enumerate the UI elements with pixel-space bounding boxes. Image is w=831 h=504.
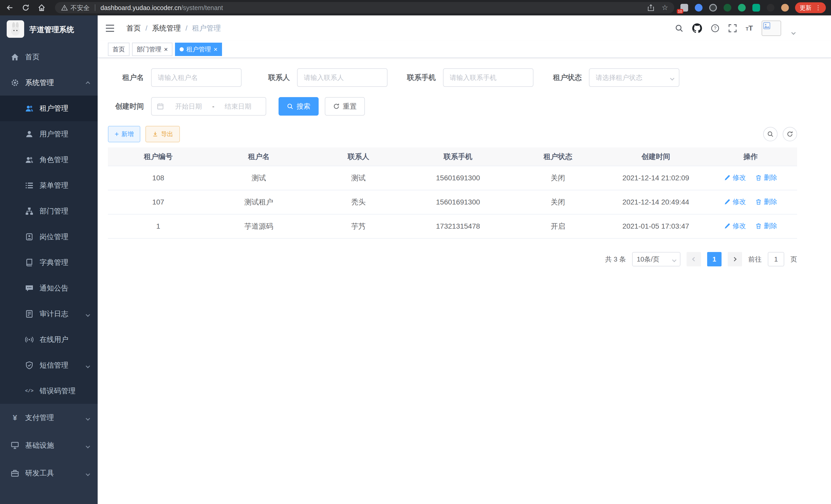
kebab-menu-icon[interactable]: ⋮ [815, 5, 821, 11]
fullscreen-icon[interactable] [728, 24, 737, 33]
tab-close-icon[interactable]: × [213, 46, 218, 53]
sidebar-item-label: 在线用户 [39, 335, 68, 345]
delete-button[interactable]: 删除 [755, 173, 777, 182]
tab-home[interactable]: 首页 [108, 42, 130, 56]
page-1-button[interactable]: 1 [707, 252, 721, 266]
search-icon[interactable] [675, 24, 684, 33]
extension-icon-6[interactable] [752, 4, 760, 11]
breadcrumb-system[interactable]: 系统管理 [152, 23, 181, 33]
calendar-icon [157, 103, 164, 110]
sidebar-item-audit-log[interactable]: 审计日志 [0, 301, 98, 327]
prev-page-button[interactable] [687, 252, 701, 266]
browser-home-icon[interactable] [37, 3, 46, 12]
table-header-row: 租户编号 租户名 联系人 联系手机 租户状态 创建时间 操作 [108, 147, 797, 166]
help-icon[interactable]: ? [711, 24, 719, 33]
search-button[interactable]: 搜索 [279, 97, 319, 116]
bookmark-star-icon[interactable]: ☆ [662, 4, 668, 11]
sidebar-item-label: 错误码管理 [39, 386, 76, 396]
extension-icon-7[interactable] [767, 4, 774, 11]
profile-avatar-icon[interactable] [781, 4, 789, 11]
refresh-table-button[interactable] [783, 127, 797, 141]
sidebar-item-role[interactable]: 角色管理 [0, 147, 98, 173]
github-icon[interactable] [692, 23, 702, 33]
home-icon [10, 53, 20, 61]
col-tenant-name: 租户名 [209, 147, 309, 166]
add-button[interactable]: + 新增 [108, 126, 140, 142]
extension-icon-1[interactable]: 10 [681, 4, 688, 11]
toggle-search-button[interactable] [763, 127, 778, 141]
cell-tenant-id: 1 [108, 214, 209, 238]
phone-input[interactable] [443, 68, 534, 87]
sidebar-item-sms[interactable]: 短信管理 [0, 352, 98, 378]
pencil-icon [724, 223, 730, 229]
sidebar-item-home[interactable]: 首页 [0, 44, 98, 70]
sidebar-item-dict[interactable]: 字典管理 [0, 250, 98, 275]
font-size-icon[interactable]: TT [746, 24, 753, 32]
update-button[interactable]: 更新 ⋮ [795, 2, 826, 13]
sidebar-item-notice[interactable]: 通知公告 [0, 275, 98, 301]
sidebar-item-label: 审计日志 [39, 309, 68, 319]
edit-button[interactable]: 修改 [724, 197, 746, 206]
sidebar-item-pay[interactable]: ¥ 支付管理 [0, 404, 98, 432]
roles-users-icon [25, 156, 34, 164]
extension-icon-5[interactable] [738, 4, 746, 11]
sidebar-item-dept[interactable]: 部门管理 [0, 198, 98, 224]
back-icon[interactable] [5, 3, 15, 12]
extension-icon-2[interactable] [695, 4, 703, 11]
breadcrumb-separator: / [185, 24, 188, 32]
sidebar-item-menu[interactable]: 菜单管理 [0, 173, 98, 198]
extension-icon-3[interactable] [709, 4, 717, 11]
sidebar-item-infra[interactable]: 基础设施 [0, 432, 98, 459]
share-icon[interactable] [647, 4, 655, 11]
logo[interactable]: 芋道管理系统 [0, 16, 98, 44]
cell-tenant-id: 108 [108, 166, 209, 190]
security-label: 不安全 [70, 4, 90, 12]
search-icon [767, 131, 774, 138]
sidebar-item-error-code[interactable]: </> 错误码管理 [0, 378, 98, 404]
date-start-placeholder[interactable]: 开始日期 [166, 102, 211, 111]
delete-button[interactable]: 删除 [755, 197, 777, 206]
sidebar-item-label: 用户管理 [39, 129, 68, 139]
goto-page-input[interactable] [768, 252, 784, 266]
sidebar-item-devtools[interactable]: 研发工具 [0, 459, 98, 487]
menu-list-icon [25, 181, 34, 189]
cell-actions: 修改 删除 [704, 190, 797, 214]
extension-icon-4[interactable] [724, 4, 731, 11]
page-size-select[interactable]: 10条/页 [632, 252, 681, 266]
address-bar[interactable]: 不安全 dashboard.yudao.iocoder.cn/system/te… [55, 2, 674, 13]
delete-button[interactable]: 删除 [755, 221, 777, 230]
reload-icon[interactable] [21, 3, 30, 12]
col-contact: 联系人 [309, 147, 408, 166]
edit-button[interactable]: 修改 [724, 173, 746, 182]
avatar[interactable] [762, 21, 781, 36]
caret-down-icon[interactable] [792, 28, 795, 36]
breadcrumb: 首页 / 系统管理 / 租户管理 [126, 23, 221, 33]
reset-button[interactable]: 重置 [325, 97, 365, 116]
browser-chrome: 不安全 dashboard.yudao.iocoder.cn/system/te… [0, 0, 831, 16]
delete-label: 删除 [764, 173, 777, 182]
sidebar-item-label: 首页 [25, 52, 39, 62]
sidebar-item-label: 支付管理 [25, 413, 54, 422]
sidebar-item-label: 短信管理 [39, 360, 68, 370]
sidebar-item-tenant[interactable]: 租户管理 [0, 95, 98, 121]
main-area: 首页 / 系统管理 / 租户管理 ? TT 首页 部门管理 [98, 16, 831, 504]
breadcrumb-home[interactable]: 首页 [126, 23, 141, 33]
collapse-sidebar-icon[interactable] [105, 24, 115, 32]
tenant-name-input[interactable] [151, 68, 241, 87]
header-actions: ? TT [675, 21, 795, 36]
export-button[interactable]: 导出 [145, 126, 180, 142]
tab-close-icon[interactable]: × [164, 46, 168, 53]
edit-button[interactable]: 修改 [724, 221, 746, 230]
refresh-icon [333, 103, 340, 110]
sidebar-item-online-user[interactable]: 在线用户 [0, 327, 98, 352]
create-time-range-picker[interactable]: 开始日期 - 结束日期 [151, 97, 266, 116]
tab-dept[interactable]: 部门管理 × [132, 42, 172, 56]
sidebar-item-post[interactable]: 岗位管理 [0, 224, 98, 250]
contact-input[interactable] [297, 68, 388, 87]
date-end-placeholder[interactable]: 结束日期 [215, 102, 261, 111]
sidebar-item-system[interactable]: 系统管理 [0, 70, 98, 95]
next-page-button[interactable] [728, 252, 742, 266]
sidebar-item-user[interactable]: 用户管理 [0, 121, 98, 147]
tenant-status-select[interactable]: 请选择租户状态 [589, 68, 679, 87]
tab-tenant[interactable]: 租户管理 × [175, 42, 222, 56]
